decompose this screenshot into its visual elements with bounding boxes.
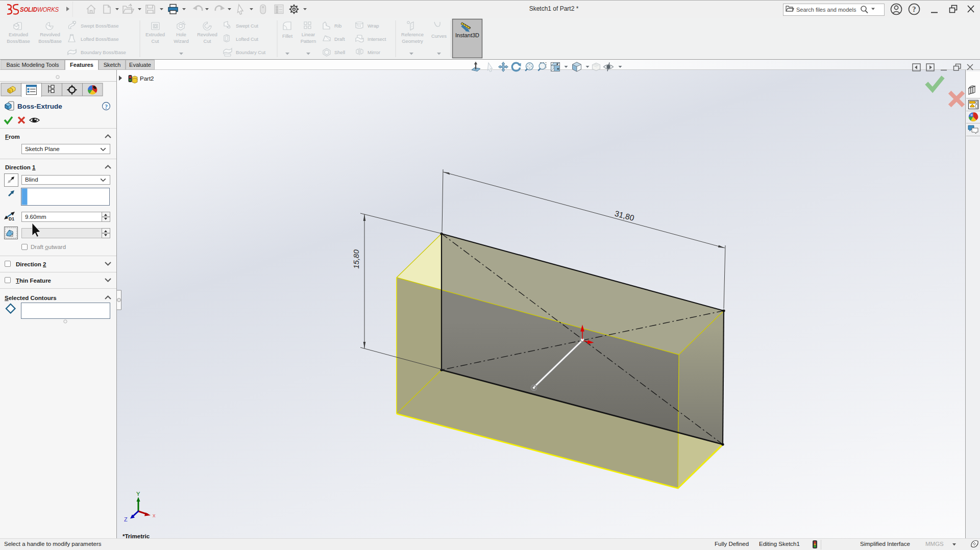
svg-text:Y: Y <box>136 491 140 497</box>
svg-text:Part2: Part2 <box>140 76 154 82</box>
svg-text:Z: Z <box>124 516 128 522</box>
svg-text:SOLIDWORKS: SOLIDWORKS <box>20 6 59 13</box>
svg-text:?: ? <box>913 6 916 13</box>
svg-text:x: x <box>153 512 156 518</box>
svg-text:15,80: 15,80 <box>352 249 360 269</box>
svg-text:D1: D1 <box>9 216 14 221</box>
svg-text:*Trimetric: *Trimetric <box>122 533 150 538</box>
svg-text:?: ? <box>105 104 108 110</box>
